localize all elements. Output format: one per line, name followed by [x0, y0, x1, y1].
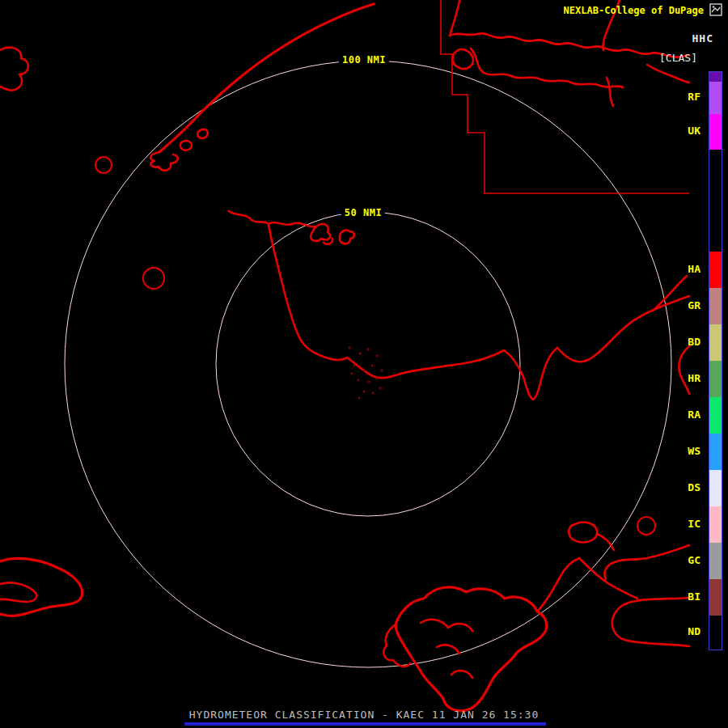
legend-segment-gc	[709, 543, 722, 579]
legend-segment-hr	[709, 361, 722, 397]
legend-segment-bd	[709, 324, 722, 361]
ne-coast-band-lower	[471, 49, 623, 87]
se-edge-line	[604, 545, 689, 579]
radar-display: 100 NMI 50 NMI NEXLAB-College of DuPage …	[0, 0, 728, 728]
range-label-50nmi: 50 NMI	[341, 207, 385, 218]
se-island-ring	[637, 517, 655, 535]
legend-segment-uk	[709, 114, 722, 150]
ne-coast-descender	[607, 78, 613, 106]
legend-segment-gr	[709, 288, 722, 324]
range-label-100nmi: 100 NMI	[339, 54, 389, 66]
islet-a	[180, 141, 192, 150]
inlet-islet-a	[340, 231, 354, 244]
state-borders	[441, 0, 689, 193]
se-blob	[569, 522, 597, 542]
legend-color-bar	[709, 71, 722, 650]
legend-segment-bi	[709, 579, 722, 616]
brand-text: NEXLAB-College of DuPage	[564, 5, 704, 16]
east-edge-wiggle	[679, 346, 689, 394]
south-island-inner-c	[451, 671, 472, 678]
legend-segment-ic	[709, 506, 722, 543]
west-island-ring-b	[143, 268, 164, 289]
sw-island-inner	[0, 582, 36, 602]
legend-segment-blank	[709, 150, 722, 252]
south-island-inner-b	[437, 645, 459, 654]
legend-segment-nd	[709, 616, 722, 650]
se-connector	[597, 534, 614, 550]
coastlines	[0, 0, 689, 711]
legend-segment-ha	[709, 252, 722, 288]
legend-segment-ra	[709, 397, 722, 434]
ne-coast-blob	[452, 49, 472, 69]
product-title: HYDROMETEOR CLASSIFICATION - KAEC 11 JAN…	[189, 709, 540, 721]
border-step-path	[441, 0, 689, 193]
coastline-peninsula	[504, 348, 557, 400]
radar-map-canvas	[0, 0, 728, 728]
legend-segment-rf	[709, 82, 722, 114]
footer-underline	[184, 722, 546, 726]
range-ring-100nmi	[65, 61, 671, 667]
coastline-main-south	[269, 224, 504, 378]
islet-b	[197, 129, 207, 138]
range-ring-50nmi	[216, 212, 520, 516]
coastline-branch-ne	[653, 276, 687, 311]
west-island-ring-a	[95, 157, 112, 173]
brand-logo-icon	[709, 3, 722, 16]
legend-product-code: HHC	[692, 32, 713, 44]
sw-island-outline	[0, 558, 83, 616]
ne-coast-corner	[647, 65, 689, 83]
south-island-spur	[537, 558, 579, 612]
ne-coast-from-top	[450, 0, 459, 36]
legend-mode: [CLAS]	[659, 52, 697, 64]
se-spur-down	[579, 558, 637, 599]
se-lower-coast	[612, 598, 689, 646]
south-island-inner-a	[421, 620, 472, 631]
legend-segment-ds	[709, 470, 722, 506]
legend-segment-ws	[709, 434, 722, 470]
west-edge-blob	[0, 48, 28, 91]
coastline-inlet-top	[229, 211, 316, 227]
ne-coast-band	[450, 33, 689, 57]
legend-segment-blank	[709, 72, 722, 82]
range-rings	[65, 61, 671, 667]
coastline-arc-end-cluster	[150, 152, 178, 171]
